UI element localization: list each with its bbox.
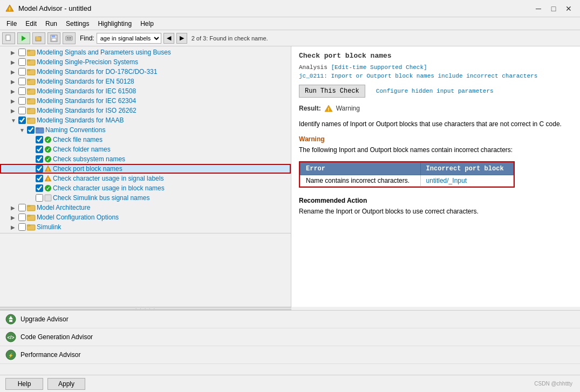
tree-label: Modeling Standards for ISO 26262 (37, 107, 137, 114)
tree-item-en50128[interactable]: ▶ Modeling Standards for EN 50128 (0, 77, 291, 86)
tree-label: Check character usage in block names (53, 184, 165, 192)
maximize-button[interactable]: □ (547, 2, 561, 15)
minimize-button[interactable]: ─ (531, 2, 545, 15)
apply-button[interactable]: Apply (47, 378, 85, 390)
left-panel: ▶ Modeling Signals and Parameters using … (0, 46, 291, 307)
tree-checkbox[interactable] (18, 49, 26, 56)
warning-icon: ! (44, 175, 52, 182)
menu-file[interactable]: File (2, 19, 21, 29)
tree-checkbox[interactable] (36, 194, 43, 202)
tree-checkbox[interactable] (36, 146, 43, 153)
tree-item-maab[interactable]: ▼ Modeling Standards for MAAB (0, 115, 291, 125)
codegen-advisor-item[interactable]: </> Code Generation Advisor (0, 328, 580, 346)
svg-text:✓: ✓ (46, 185, 50, 191)
tree-item-block-names[interactable]: ✓ Check character usage in block names (0, 183, 291, 193)
tree-checkbox[interactable] (36, 136, 43, 143)
run-button[interactable] (17, 32, 30, 44)
find-prev-button[interactable]: ◀ (163, 33, 174, 44)
tree-item-signal-labels[interactable]: ! Check character usage in signal labels (0, 174, 291, 183)
result-label: Result: (299, 105, 321, 112)
open-button[interactable] (32, 32, 45, 44)
tree-checkbox[interactable] (18, 223, 26, 231)
tree-checkbox[interactable] (18, 107, 26, 114)
tree-checkbox[interactable] (18, 214, 26, 221)
tree-arrow: ▶ (11, 69, 17, 75)
tree-checkbox[interactable] (27, 126, 35, 134)
tree-arrow: ▶ (11, 224, 17, 230)
warning-heading: Warning (299, 135, 572, 143)
close-button[interactable]: ✕ (562, 2, 576, 15)
menu-edit[interactable]: Edit (21, 19, 41, 29)
new-button[interactable] (2, 32, 15, 44)
ok-icon: ✓ (44, 184, 52, 192)
svg-marker-4 (22, 36, 26, 41)
tree-checkbox[interactable] (36, 155, 43, 163)
tree-checkbox[interactable] (36, 175, 43, 182)
tree-item-bus-signal[interactable]: Check Simulink bus signal names (0, 193, 291, 203)
menu-run[interactable]: Run (41, 19, 62, 29)
menu-settings[interactable]: Settings (62, 19, 93, 29)
menu-highlighting[interactable]: Highlighting (93, 19, 136, 29)
tree-item-single-precision[interactable]: ▶ Modeling Single-Precision Systems (0, 57, 291, 67)
help-button[interactable]: Help (5, 378, 43, 390)
upgrade-advisor-item[interactable]: Upgrade Advisor (0, 311, 580, 328)
tree-arrow: ▶ (11, 98, 17, 104)
tree-arrow: ▼ (11, 118, 17, 123)
tree-item-iso26262[interactable]: ▶ Modeling Standards for ISO 26262 (0, 106, 291, 115)
find-next-button[interactable]: ▶ (176, 33, 187, 44)
error-table: Error Incorrect port block Name contains… (300, 162, 514, 187)
tree-item-iec61508[interactable]: ▶ Modeling Standards for IEC 61508 (0, 86, 291, 96)
perf-advisor-item[interactable]: ⚡ Performance Advisor (0, 346, 580, 364)
description-text: Identify names of Inport or Outport bloc… (299, 119, 572, 129)
find-label: Find: (80, 35, 94, 42)
tree-arrow: ▶ (11, 205, 17, 211)
tree-checkbox[interactable] (18, 116, 26, 124)
tree-item-file-names[interactable]: ✓ Check file names (0, 135, 291, 145)
svg-rect-12 (69, 37, 70, 38)
svg-text:</>: </> (7, 335, 14, 340)
port-link[interactable]: untitled/_Input (426, 177, 467, 184)
tree-item-port-block-names[interactable]: ! Check port block names (0, 164, 291, 174)
tree-checkbox[interactable] (18, 78, 26, 85)
tree-item-do178[interactable]: ▶ Modeling Standards for DO-178C/DO-331 (0, 67, 291, 77)
folder-icon (27, 58, 36, 66)
tree-checkbox[interactable] (18, 204, 26, 211)
error-table-wrapper: Error Incorrect port block Name contains… (299, 161, 515, 188)
jc-line: jc_0211: Inport or Outport block names i… (299, 73, 572, 79)
tree-arrow: ▶ (11, 88, 17, 94)
tree-label: Simulink (37, 223, 61, 231)
svg-text:!: ! (47, 167, 49, 172)
tree-checkbox[interactable] (18, 97, 26, 105)
tree-item-naming[interactable]: ▼ Naming Conventions (0, 125, 291, 135)
tree-item-simulink[interactable]: ▶ Simulink (0, 222, 291, 232)
svg-rect-51 (27, 225, 30, 226)
find-select[interactable]: age in signal labels (97, 33, 161, 44)
warning-body: The following Inport and Outport block n… (299, 145, 572, 155)
menu-help[interactable]: Help (136, 19, 158, 29)
tree-item-model-config[interactable]: ▶ Model Configuration Options (0, 212, 291, 222)
folder-icon (27, 97, 36, 105)
tree-checkbox[interactable] (36, 184, 43, 192)
save-button[interactable] (47, 32, 60, 44)
svg-rect-11 (67, 37, 68, 38)
tree-label: Modeling Single-Precision Systems (37, 58, 138, 66)
tree-checkbox[interactable] (18, 68, 26, 75)
svg-rect-13 (70, 37, 71, 38)
tree-label: Modeling Standards for DO-178C/DO-331 (37, 68, 157, 75)
tree-item-buses[interactable]: ▶ Modeling Signals and Parameters using … (0, 47, 291, 57)
svg-rect-5 (36, 37, 41, 41)
svg-rect-20 (27, 70, 30, 71)
configure-link[interactable]: Configure hidden input parameters (376, 88, 494, 94)
tree-checkbox[interactable] (18, 87, 26, 95)
tree-arrow: ▶ (11, 215, 17, 221)
run-this-check-button[interactable]: Run This Check (299, 85, 365, 98)
keyboard-button[interactable] (63, 32, 76, 44)
tree-item-folder-names[interactable]: ✓ Check folder names (0, 145, 291, 154)
svg-rect-47 (27, 205, 30, 207)
tree-arrow: ▶ (11, 50, 17, 56)
tree-item-model-arch[interactable]: ▶ Model Architecture (0, 203, 291, 212)
tree-item-iec62304[interactable]: ▶ Modeling Standards for IEC 62304 (0, 96, 291, 106)
tree-checkbox[interactable] (18, 58, 26, 66)
tree-item-subsystem-names[interactable]: ✓ Check subsystem names (0, 154, 291, 164)
tree-checkbox[interactable] (36, 165, 43, 173)
